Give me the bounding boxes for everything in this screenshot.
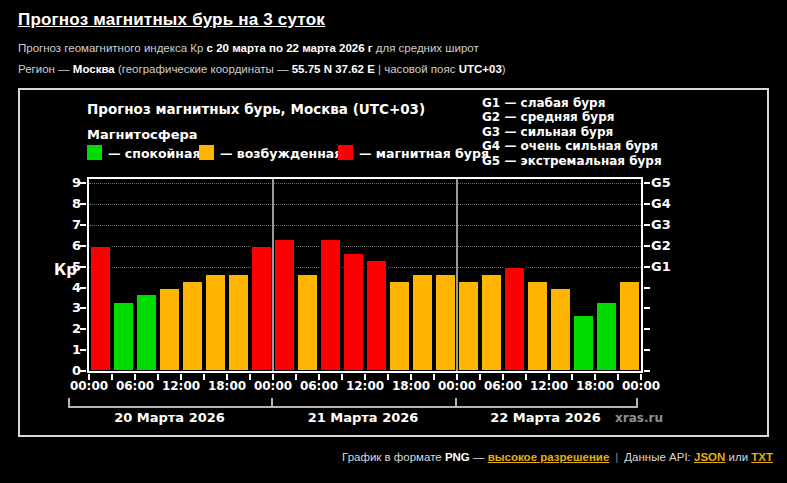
right-axis-label-g1: G1 <box>651 259 671 274</box>
kp-bar <box>343 253 364 371</box>
region-tz: UTC+03 <box>459 63 502 75</box>
subtitle-post: для средних широт <box>373 42 479 54</box>
x-axis-time-label: 12:00 <box>339 379 391 393</box>
date-bracket-line <box>68 406 636 408</box>
region-pre: Регион — <box>18 63 73 75</box>
region-city: Москва <box>73 63 115 75</box>
kp-bar <box>550 288 571 371</box>
kp-bar <box>90 246 111 371</box>
x-axis-time-label: 06:00 <box>109 379 161 393</box>
region-line: Регион — Москва (географические координа… <box>18 63 506 75</box>
kp-bar <box>504 267 525 371</box>
g2-legend-line: G2 — средняя буря <box>482 110 662 124</box>
kp-bar <box>435 274 456 371</box>
kp-bar <box>320 239 341 371</box>
right-axis-tick <box>644 287 650 289</box>
subtitle-pre: Прогноз геомагнитного индекса Кр <box>18 42 207 54</box>
plot-area <box>87 177 643 373</box>
kp-bar <box>458 281 479 371</box>
legend-label-quiet: — спокойная <box>108 146 200 161</box>
kp-bar <box>596 302 617 371</box>
x-axis-time-label: 18:00 <box>569 379 621 393</box>
right-axis-tick <box>644 349 650 351</box>
watermark: xras.ru <box>603 411 663 425</box>
x-axis-time-label: 12:00 <box>523 379 575 393</box>
gridline-kp7 <box>89 225 641 226</box>
kp-bar <box>274 239 295 371</box>
y-axis-tick-label: 6 <box>55 238 81 253</box>
subtitle-dates: с 20 марта по 22 марта 2026 г <box>207 42 373 54</box>
kp-bar <box>113 302 134 371</box>
y-axis-tick-label: 1 <box>55 342 81 357</box>
right-axis-tick <box>644 328 650 330</box>
right-axis-tick <box>644 370 650 372</box>
magnetosphere-label: Магнитосфера <box>87 127 198 142</box>
kp-bar <box>412 274 433 371</box>
x-axis-time-label: 06:00 <box>293 379 345 393</box>
gridline-kp9 <box>89 183 641 184</box>
json-link[interactable]: JSON <box>694 451 725 463</box>
page-title: Прогноз магнитных бурь на 3 суток <box>18 10 325 30</box>
legend-swatch-quiet <box>87 145 102 160</box>
x-axis-time-label: 00:00 <box>615 379 667 393</box>
right-axis-label-g3: G3 <box>651 217 671 232</box>
g3-legend-line: G3 — сильная буря <box>482 125 662 139</box>
x-axis-time-label: 18:00 <box>201 379 253 393</box>
footer-or: или <box>725 451 751 463</box>
kp-bar <box>228 274 249 371</box>
region-coords: 55.75 N 37.62 E <box>292 63 375 75</box>
g5-legend-line: G5 — экстремальная буря <box>482 154 662 168</box>
kp-bar <box>389 281 410 371</box>
right-axis-tick <box>644 307 650 309</box>
hires-link[interactable]: высокое разрешение <box>488 451 610 463</box>
kp-bar <box>251 246 272 371</box>
chart-title: Прогноз магнитных бурь, Москва (UTC+03) <box>87 101 425 117</box>
legend-swatch-storm <box>338 145 353 160</box>
region-post: ) <box>502 63 506 75</box>
right-axis-label-g5: G5 <box>651 175 671 190</box>
kp-bar <box>159 288 180 371</box>
y-axis-tick-label: 4 <box>55 280 81 295</box>
g-scale-legend: G1 — слабая буря G2 — средняя буря G3 — … <box>482 96 662 168</box>
x-axis-time-label: 00:00 <box>431 379 483 393</box>
kp-bar <box>573 315 594 371</box>
kp-bar <box>182 281 203 371</box>
date-bracket-tick <box>455 398 457 408</box>
day-date-label: 21 Марта 2026 <box>278 410 448 425</box>
kp-bar <box>527 281 548 371</box>
x-axis-time-label: 18:00 <box>385 379 437 393</box>
txt-link[interactable]: TXT <box>751 451 773 463</box>
api-label: Данные API: <box>624 451 694 463</box>
right-axis-tick <box>644 224 650 226</box>
kp-bar <box>481 274 502 371</box>
y-axis-tick-label: 5 <box>55 259 81 274</box>
gridline-kp5 <box>89 267 641 268</box>
right-axis-label-g2: G2 <box>651 238 671 253</box>
right-axis-tick <box>644 266 650 268</box>
kp-bar <box>619 281 640 371</box>
g1-legend-line: G1 — слабая буря <box>482 96 662 110</box>
kp-bar <box>366 260 387 371</box>
right-axis-tick <box>644 203 650 205</box>
x-axis-time-label: 00:00 <box>247 379 299 393</box>
date-bracket-tick <box>271 398 273 408</box>
y-axis-tick-label: 0 <box>55 363 81 378</box>
right-axis-tick <box>644 182 650 184</box>
date-bracket-tick <box>68 398 70 408</box>
gridline-kp6 <box>89 246 641 247</box>
chart-panel: Прогноз магнитных бурь, Москва (UTC+03) … <box>18 88 769 437</box>
y-axis-tick-label: 9 <box>55 175 81 190</box>
y-axis-tick-label: 8 <box>55 196 81 211</box>
region-mid2: | часовой пояс <box>375 63 459 75</box>
legend-label-excited: — возбужденная <box>220 146 342 161</box>
legend-label-storm: — магнитная буря <box>359 146 489 161</box>
forecast-subtitle: Прогноз геомагнитного индекса Кр с 20 ма… <box>18 42 479 54</box>
kp-bar <box>297 274 318 371</box>
right-axis-tick <box>644 245 650 247</box>
y-axis-tick-label: 7 <box>55 217 81 232</box>
footer-links-bar: График в формате PNG — высокое разрешени… <box>342 451 773 463</box>
x-axis-time-label: 00:00 <box>63 379 115 393</box>
footer-dash: — <box>470 451 488 463</box>
date-bracket-tick <box>636 398 638 408</box>
legend-swatch-excited <box>199 145 214 160</box>
